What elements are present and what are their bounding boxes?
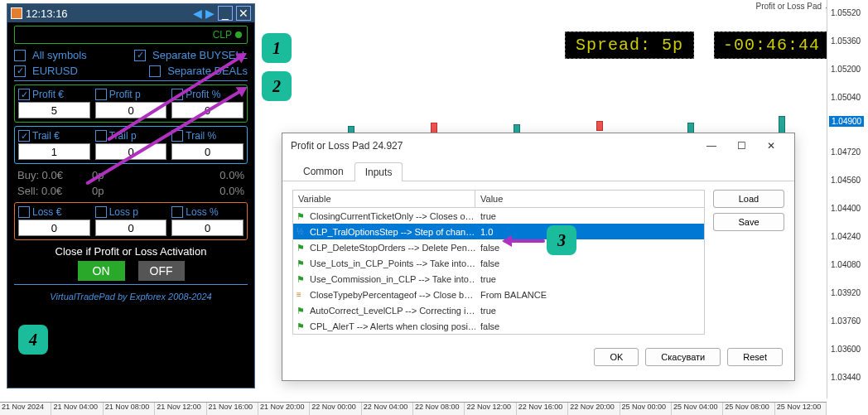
minimize-button[interactable]: _ — [218, 6, 233, 21]
close-button[interactable]: ✕ — [236, 6, 251, 21]
row-variable: CLP_DeleteStopOrders --> Delete Pen… — [310, 243, 475, 253]
callout-4: 4 — [18, 325, 48, 355]
trail-pct-input[interactable] — [171, 143, 244, 160]
current-price: 1.04900 — [829, 116, 864, 127]
table-row[interactable]: ⚑CLP_DeleteStopOrders --> Delete Pen…fal… — [293, 239, 704, 255]
row-value[interactable]: true — [475, 211, 704, 221]
row-variable: CloseTypebyPercentageof --> Close b… — [310, 290, 473, 300]
loss-p-checkbox[interactable] — [95, 206, 107, 218]
row-value[interactable]: false — [475, 258, 704, 268]
clp-status-bar: CLP — [14, 26, 248, 44]
row-variable: CPL_AlerT --> Alerts when closing posi… — [310, 321, 475, 331]
trail-e-checkbox[interactable] — [18, 130, 30, 142]
arrow-3 — [504, 239, 545, 243]
chart-title: Profit or Loss Pad — [756, 2, 822, 11]
table-row[interactable]: ⚑Use_Commission_in_CLP --> Take into…tru… — [293, 271, 704, 287]
pad-titlebar[interactable]: 12:13:16 ◀ ▶ _ ✕ — [7, 4, 254, 22]
loss-e-checkbox[interactable] — [18, 206, 30, 218]
table-row[interactable]: ⚑CPL_AlerT --> Alerts when closing posi…… — [293, 318, 704, 334]
pad-footer: VirtualTradePad by Expforex 2008-2024 — [7, 287, 254, 305]
row-type-icon: ⚑ — [297, 274, 306, 284]
loss-pct-input[interactable] — [171, 220, 244, 236]
row-value[interactable]: From BALANCE — [475, 290, 704, 300]
save-button[interactable]: Save — [713, 213, 784, 231]
row-value[interactable]: false — [475, 321, 704, 331]
row-type-icon: ⚑ — [297, 321, 306, 331]
separate-buysell-checkbox[interactable] — [134, 50, 146, 61]
clp-label: CLP — [213, 29, 232, 41]
nav-next-icon[interactable]: ▶ — [205, 7, 215, 20]
buy-info-row: Buy: 0.0€0p0.0% — [7, 167, 254, 183]
load-button[interactable]: Load — [713, 190, 784, 208]
profit-e-checkbox[interactable] — [18, 89, 30, 100]
dialog-minimize-icon[interactable]: — — [697, 136, 726, 156]
dialog-maximize-icon[interactable]: ☐ — [726, 136, 756, 156]
off-button[interactable]: OFF — [138, 261, 185, 281]
row-variable: AutoCorrect_LevelCLP --> Correcting i… — [310, 306, 475, 316]
row-variable: Use_Commission_in_CLP --> Take into… — [310, 274, 475, 284]
separate-deals-checkbox[interactable] — [149, 65, 161, 77]
inputs-table: Variable Value ⚑ClosingCurrentTicketOnly… — [292, 190, 705, 335]
countdown-timer: -00:46:44 — [714, 31, 829, 59]
row-type-icon: ≡ — [297, 290, 306, 300]
row-type-icon: ⚑ — [297, 306, 306, 316]
profit-e-input[interactable] — [18, 102, 90, 118]
dialog-titlebar[interactable]: Profit or Loss Pad 24.927 — ☐ ✕ — [282, 133, 794, 158]
row-type-icon: ½ — [297, 227, 306, 237]
row-variable: Use_Lots_in_CLP_Points --> Take into… — [310, 258, 475, 268]
row-value[interactable]: true — [475, 306, 704, 316]
time-axis: 21 Nov 202421 Nov 04:0021 Nov 08:0021 No… — [0, 402, 827, 415]
trail-e-input[interactable] — [18, 143, 90, 160]
dialog-close-icon[interactable]: ✕ — [756, 136, 786, 156]
tab-common[interactable]: Common — [292, 162, 354, 181]
row-value[interactable]: true — [475, 274, 704, 284]
nav-prev-icon[interactable]: ◀ — [193, 7, 202, 20]
row-type-icon: ⚑ — [297, 211, 306, 221]
price-axis: 1.05520 1.05360 1.05200 1.05040 1.04900 … — [827, 0, 868, 398]
all-symbols-label: All symbols — [32, 49, 87, 61]
ok-button[interactable]: OK — [594, 348, 639, 366]
reset-button[interactable]: Reset — [727, 348, 783, 366]
loss-pct-checkbox[interactable] — [171, 206, 183, 218]
app-icon — [11, 7, 22, 19]
spread-indicator: Spread: 5p — [565, 31, 694, 59]
callout-3: 3 — [547, 225, 576, 255]
dialog-title: Profit or Loss Pad 24.927 — [291, 140, 403, 152]
row-variable: ClosingCurrentTicketOnly --> Closes o… — [310, 211, 475, 221]
loss-p-input[interactable] — [95, 220, 167, 236]
symbol-label: EURUSD — [32, 65, 78, 77]
callout-1: 1 — [262, 33, 292, 63]
th-variable[interactable]: Variable — [293, 191, 475, 207]
table-row[interactable]: ½CLP_TralOptionsStep --> Step of chan…1.… — [293, 224, 704, 239]
th-value[interactable]: Value — [475, 191, 704, 207]
table-row[interactable]: ⚑ClosingCurrentTicketOnly --> Closes o…t… — [293, 208, 704, 224]
activation-label: Close if Profit or Loss Activation — [7, 245, 254, 258]
row-variable: CLP_TralOptionsStep --> Step of chan… — [310, 227, 475, 237]
status-dot-icon — [235, 31, 242, 38]
row-type-icon: ⚑ — [297, 258, 306, 268]
loss-e-input[interactable] — [18, 220, 90, 236]
callout-2: 2 — [262, 71, 292, 101]
profit-group: Profit € Profit p Profit % — [14, 84, 248, 123]
pad-time: 12:13:16 — [26, 7, 68, 20]
profit-p-checkbox[interactable] — [95, 89, 107, 100]
loss-group: Loss € Loss p Loss % — [14, 202, 248, 240]
table-row[interactable]: ⚑AutoCorrect_LevelCLP --> Correcting i…t… — [293, 302, 704, 318]
row-type-icon: ⚑ — [297, 243, 306, 253]
inputs-dialog: Profit or Loss Pad 24.927 — ☐ ✕ Common I… — [282, 133, 795, 381]
cancel-button[interactable]: Скасувати — [645, 348, 721, 366]
table-row[interactable]: ⚑Use_Lots_in_CLP_Points --> Take into…fa… — [293, 255, 704, 271]
table-row[interactable]: ≡CloseTypebyPercentageof --> Close b…Fro… — [293, 287, 704, 302]
symbol-checkbox[interactable] — [14, 65, 26, 77]
trail-p-checkbox[interactable] — [95, 130, 107, 142]
sell-info-row: Sell: 0.0€0p0.0% — [7, 183, 254, 199]
on-button[interactable]: ON — [78, 261, 125, 281]
tab-inputs[interactable]: Inputs — [354, 162, 403, 181]
all-symbols-checkbox[interactable] — [14, 50, 26, 61]
